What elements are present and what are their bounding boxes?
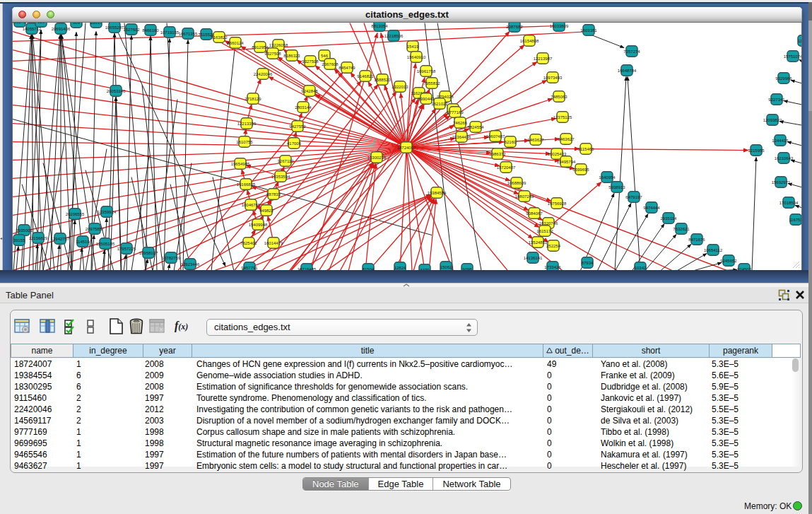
svg-text:906: 906 xyxy=(37,23,45,23)
svg-text:1640954: 1640954 xyxy=(599,175,616,179)
svg-text:9463627: 9463627 xyxy=(558,136,575,141)
svg-text:9327508: 9327508 xyxy=(302,59,319,63)
svg-text:62160: 62160 xyxy=(505,139,517,144)
svg-text:17957225: 17957225 xyxy=(117,246,136,250)
svg-text:1603381: 1603381 xyxy=(580,28,597,32)
svg-text:13495794: 13495794 xyxy=(557,159,576,163)
svg-text:1733426: 1733426 xyxy=(544,264,561,269)
svg-text:20975857: 20975857 xyxy=(86,226,105,230)
svg-text:20053346: 20053346 xyxy=(107,88,126,93)
svg-text:252254: 252254 xyxy=(546,243,561,247)
svg-text:8454749: 8454749 xyxy=(339,65,355,69)
svg-text:6479197: 6479197 xyxy=(625,194,642,199)
svg-text:10973493: 10973493 xyxy=(543,75,563,79)
svg-text:1588520: 1588520 xyxy=(374,77,391,81)
svg-text:9115460: 9115460 xyxy=(578,146,595,151)
svg-text:9427552: 9427552 xyxy=(289,124,306,128)
svg-text:3935001: 3935001 xyxy=(16,228,33,232)
svg-text:2935114: 2935114 xyxy=(661,216,678,220)
svg-text:9242848: 9242848 xyxy=(301,88,318,93)
svg-text:7357274: 7357274 xyxy=(623,49,640,53)
svg-text:15419: 15419 xyxy=(407,44,419,48)
svg-text:1463627: 1463627 xyxy=(527,137,544,141)
svg-text:9146821: 9146821 xyxy=(357,74,374,78)
svg-text:16033809: 16033809 xyxy=(550,23,569,28)
svg-text:7632621: 7632621 xyxy=(673,226,690,230)
svg-text:39155: 39155 xyxy=(13,238,25,242)
svg-text:15300275: 15300275 xyxy=(367,155,387,159)
svg-text:14136141: 14136141 xyxy=(524,255,543,259)
svg-text:1610755: 1610755 xyxy=(236,139,253,144)
svg-text:20206555: 20206555 xyxy=(66,211,85,216)
svg-text:19654985: 19654985 xyxy=(231,161,250,165)
svg-text:449822: 449822 xyxy=(259,208,274,212)
svg-text:20637: 20637 xyxy=(90,23,102,24)
svg-text:10607487: 10607487 xyxy=(486,134,505,138)
svg-text:887833: 887833 xyxy=(266,192,281,196)
svg-text:116753: 116753 xyxy=(789,217,802,221)
svg-text:10025433: 10025433 xyxy=(548,151,567,156)
svg-text:9329966: 9329966 xyxy=(775,76,792,80)
svg-text:22420046: 22420046 xyxy=(254,71,273,76)
svg-text:12093822: 12093822 xyxy=(763,117,782,122)
svg-text:16782759: 16782759 xyxy=(162,255,181,259)
svg-text:6599695: 6599695 xyxy=(572,167,589,171)
svg-text:9327508: 9327508 xyxy=(264,51,281,55)
svg-text:13524851: 13524851 xyxy=(529,240,548,244)
svg-text:3215955: 3215955 xyxy=(748,148,765,152)
svg-text:1527602: 1527602 xyxy=(123,27,140,31)
svg-text:7955812: 7955812 xyxy=(423,81,440,85)
svg-text:12218506: 12218506 xyxy=(384,33,404,37)
svg-text:19756928: 19756928 xyxy=(548,201,567,205)
svg-text:19166825: 19166825 xyxy=(237,182,256,186)
svg-text:16014479: 16014479 xyxy=(264,240,283,245)
svg-text:1244415: 1244415 xyxy=(772,138,789,142)
svg-text:10719155: 10719155 xyxy=(160,30,180,34)
svg-text:9245652: 9245652 xyxy=(720,258,737,262)
svg-text:7485063: 7485063 xyxy=(551,94,567,98)
svg-text:1621022: 1621022 xyxy=(431,101,448,105)
svg-text:7625402: 7625402 xyxy=(240,240,257,245)
svg-text:87934: 87934 xyxy=(582,260,594,264)
svg-text:16210643: 16210643 xyxy=(775,156,794,160)
svg-text:2803144: 2803144 xyxy=(295,105,312,109)
svg-text:8912954: 8912954 xyxy=(252,45,269,49)
svg-text:15409948: 15409948 xyxy=(249,222,268,226)
svg-text:16648784: 16648784 xyxy=(618,68,637,72)
svg-text:9777169: 9777169 xyxy=(447,110,464,114)
svg-text:10655287: 10655287 xyxy=(105,25,124,29)
svg-text:8660124: 8660124 xyxy=(227,40,244,45)
svg-text:12156829: 12156829 xyxy=(29,235,48,240)
svg-text:12375125: 12375125 xyxy=(553,115,572,119)
svg-text:2087682: 2087682 xyxy=(506,24,523,28)
svg-text:746266: 746266 xyxy=(453,120,468,124)
svg-text:18807249: 18807249 xyxy=(515,194,534,198)
svg-text:9084067: 9084067 xyxy=(526,211,543,215)
svg-text:3824554: 3824554 xyxy=(467,124,484,129)
svg-text:10958107: 10958107 xyxy=(139,250,158,255)
svg-text:10688609: 10688609 xyxy=(507,180,526,185)
svg-text:2718129: 2718129 xyxy=(245,96,261,100)
svg-text:1322013: 1322013 xyxy=(392,84,408,88)
svg-text:3267110: 3267110 xyxy=(278,158,295,163)
svg-text:15720407: 15720407 xyxy=(497,165,516,169)
svg-text:10654112: 10654112 xyxy=(704,247,723,252)
svg-text:15062: 15062 xyxy=(440,264,452,269)
svg-text:8186323: 8186323 xyxy=(283,53,300,57)
svg-text:16671355: 16671355 xyxy=(179,31,198,35)
svg-text:13226058: 13226058 xyxy=(269,42,288,47)
svg-text:114519: 114519 xyxy=(76,239,90,243)
svg-text:20691406: 20691406 xyxy=(52,26,71,30)
svg-text:5938913: 5938913 xyxy=(608,185,625,189)
svg-text:417006: 417006 xyxy=(287,141,302,145)
svg-text:12359924: 12359924 xyxy=(98,209,117,214)
svg-text:889: 889 xyxy=(73,23,81,24)
svg-text:9227341: 9227341 xyxy=(768,97,785,101)
svg-text:16320746: 16320746 xyxy=(539,221,558,225)
svg-text:16961758: 16961758 xyxy=(417,69,436,73)
svg-text:10046765: 10046765 xyxy=(242,202,261,206)
svg-text:18724007: 18724007 xyxy=(397,145,416,149)
svg-text:9457791: 9457791 xyxy=(241,265,258,269)
svg-text:8471676: 8471676 xyxy=(688,237,705,241)
svg-text:12942757: 12942757 xyxy=(51,236,70,240)
